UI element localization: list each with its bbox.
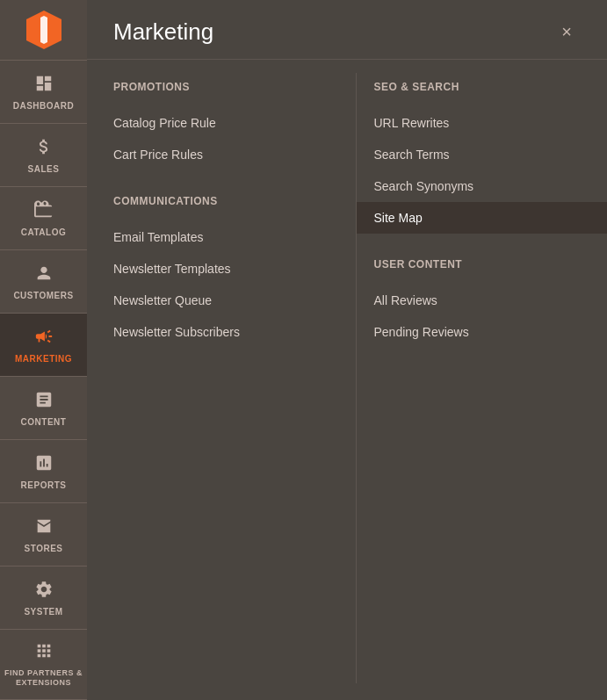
- url-rewrites-item[interactable]: URL Rewrites: [374, 107, 590, 139]
- sidebar-item-reports-label: REPORTS: [21, 480, 67, 490]
- sidebar-item-catalog[interactable]: CATALOG: [0, 187, 87, 250]
- sidebar-item-system-label: SYSTEM: [24, 607, 62, 617]
- sidebar-item-partners[interactable]: FIND PARTNERS & EXTENSIONS: [0, 630, 87, 700]
- svg-marker-1: [40, 16, 47, 44]
- sidebar-item-sales-label: SALES: [28, 164, 60, 174]
- newsletter-queue-item[interactable]: Newsletter Queue: [113, 285, 329, 316]
- newsletter-subscribers-item[interactable]: Newsletter Subscribers: [113, 316, 329, 348]
- content-icon: [34, 390, 54, 414]
- sidebar-item-system[interactable]: SYSTEM: [0, 566, 87, 630]
- sidebar: DASHBOARD SALES CATALOG CUSTOMERS MARKET…: [0, 0, 87, 700]
- sidebar-item-dashboard[interactable]: DASHBOARD: [0, 61, 87, 124]
- sales-icon: [34, 137, 54, 161]
- sidebar-item-catalog-label: CATALOG: [21, 227, 66, 237]
- sidebar-item-sales[interactable]: SALES: [0, 124, 87, 187]
- sidebar-item-marketing-label: MARKETING: [15, 354, 72, 364]
- seo-search-header: SEO & Search: [374, 81, 590, 93]
- search-synonyms-item[interactable]: Search Synonyms: [374, 170, 590, 202]
- pending-reviews-item[interactable]: Pending Reviews: [374, 316, 590, 348]
- site-map-item[interactable]: Site Map: [357, 202, 608, 234]
- reports-icon: [34, 453, 54, 477]
- seo-search-section: SEO & Search URL Rewrites Search Terms S…: [374, 81, 590, 234]
- promotions-section: Promotions Catalog Price Rule Cart Price…: [113, 81, 329, 170]
- stores-icon: [34, 516, 54, 540]
- cart-price-rules-item[interactable]: Cart Price Rules: [113, 139, 329, 170]
- communications-header: Communications: [113, 195, 329, 207]
- partners-icon: [34, 641, 54, 665]
- panel-body: Promotions Catalog Price Rule Cart Price…: [87, 60, 607, 696]
- right-column: SEO & Search URL Rewrites Search Terms S…: [357, 60, 608, 696]
- panel-header: Marketing ×: [87, 0, 607, 60]
- system-icon: [34, 580, 54, 603]
- sidebar-item-content-label: CONTENT: [21, 417, 67, 427]
- email-templates-item[interactable]: Email Templates: [113, 221, 329, 253]
- sidebar-item-customers[interactable]: CUSTOMERS: [0, 250, 87, 314]
- close-button[interactable]: ×: [553, 18, 581, 46]
- all-reviews-item[interactable]: All Reviews: [374, 285, 590, 316]
- sidebar-item-marketing[interactable]: MARKETING: [0, 314, 87, 377]
- sidebar-item-stores-label: STORES: [25, 544, 63, 553]
- search-terms-item[interactable]: Search Terms: [374, 139, 590, 170]
- catalog-icon: [34, 200, 54, 224]
- user-content-header: User Content: [374, 258, 590, 271]
- sidebar-item-partners-label: FIND PARTNERS & EXTENSIONS: [4, 668, 83, 688]
- sidebar-item-dashboard-label: DASHBOARD: [13, 101, 75, 111]
- dashboard-icon: [34, 74, 54, 97]
- communications-section: Communications Email Templates Newslette…: [113, 195, 329, 348]
- panel-title: Marketing: [113, 18, 213, 46]
- magento-logo-icon: [23, 9, 65, 51]
- marketing-icon: [34, 327, 54, 350]
- sidebar-item-stores[interactable]: STORES: [0, 503, 87, 566]
- user-content-section: User Content All Reviews Pending Reviews: [374, 258, 590, 348]
- customers-icon: [34, 263, 54, 287]
- left-column: Promotions Catalog Price Rule Cart Price…: [87, 60, 356, 696]
- newsletter-templates-item[interactable]: Newsletter Templates: [113, 253, 329, 285]
- logo: [0, 0, 87, 61]
- promotions-header: Promotions: [113, 81, 329, 93]
- sidebar-item-content[interactable]: CONTENT: [0, 377, 87, 440]
- marketing-panel: Marketing × Promotions Catalog Price Rul…: [87, 0, 607, 700]
- catalog-price-rule-item[interactable]: Catalog Price Rule: [113, 107, 329, 139]
- sidebar-item-customers-label: CUSTOMERS: [13, 291, 73, 300]
- sidebar-item-reports[interactable]: REPORTS: [0, 440, 87, 503]
